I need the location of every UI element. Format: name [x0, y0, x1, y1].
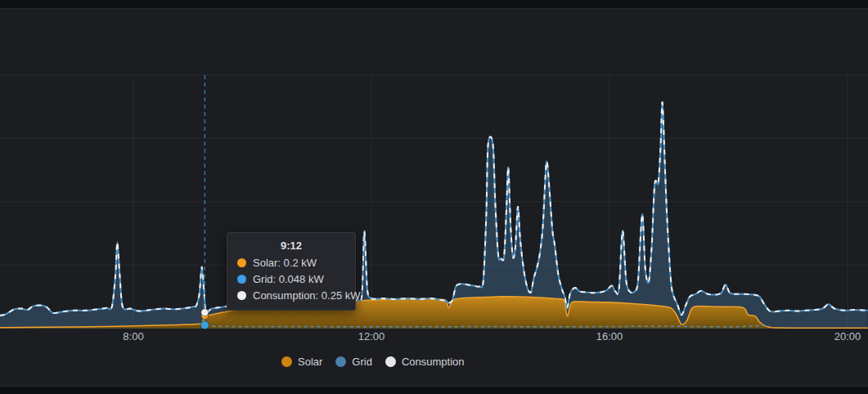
- tooltip-row-grid: Grid: 0.048 kW: [237, 273, 345, 285]
- x-tick-label: 12:00: [358, 330, 385, 343]
- legend-item-solar[interactable]: Solar: [281, 356, 322, 368]
- legend-series-label: Consumption: [402, 356, 465, 368]
- consumption-line: [0, 102, 868, 316]
- tooltip-rows: Solar: 0.2 kWGrid: 0.048 kWConsumption: …: [237, 257, 345, 302]
- legend-series-dot: [335, 356, 346, 367]
- x-tick-label: 16:00: [596, 330, 623, 343]
- tooltip-series-dot: [237, 275, 246, 284]
- tooltip-time: 9:12: [237, 240, 345, 252]
- hover-tooltip: 9:12 Solar: 0.2 kWGrid: 0.048 kWConsumpt…: [227, 232, 356, 311]
- tooltip-series-dot: [237, 258, 246, 267]
- chart-legend: SolarGridConsumption: [281, 356, 465, 368]
- tooltip-series-value: Solar: 0.2 kW: [253, 257, 317, 269]
- legend-series-dot: [281, 356, 292, 367]
- tooltip-row-consumption: Consumption: 0.25 kW: [237, 289, 345, 302]
- cursor-marker-consumption: [201, 309, 209, 316]
- tooltip-series-value: Grid: 0.048 kW: [253, 273, 324, 285]
- legend-item-consumption[interactable]: Consumption: [385, 356, 465, 368]
- tooltip-series-dot: [237, 291, 246, 300]
- dashboard-page: { "colors": { "page_bg": "#0E0F12", "pan…: [0, 0, 868, 394]
- x-tick-label: 8:00: [123, 330, 143, 343]
- legend-series-label: Solar: [298, 356, 322, 368]
- legend-item-grid[interactable]: Grid: [335, 356, 372, 368]
- x-tick-label: 20:00: [834, 330, 861, 343]
- cursor-marker-grid: [200, 321, 209, 329]
- tooltip-row-solar: Solar: 0.2 kW: [237, 257, 345, 269]
- grid-line-overlap: [0, 102, 868, 316]
- legend-series-label: Grid: [352, 356, 372, 368]
- tooltip-series-value: Consumption: 0.25 kW: [253, 289, 361, 302]
- legend-series-dot: [385, 356, 396, 367]
